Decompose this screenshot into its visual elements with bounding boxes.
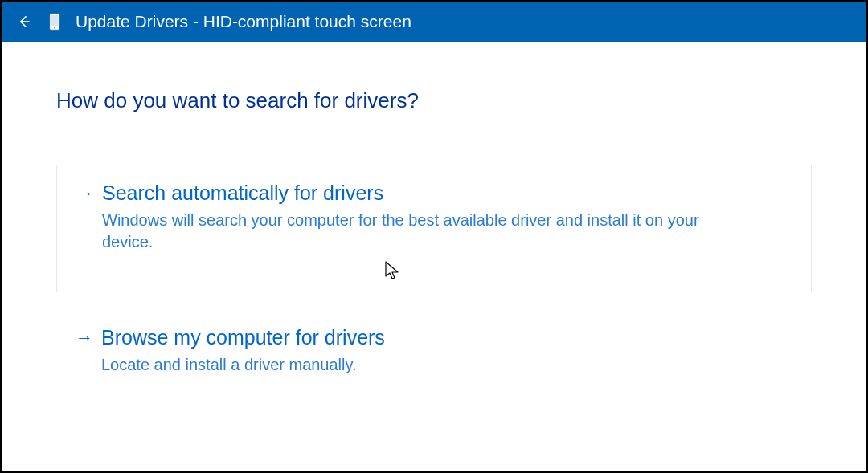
option-description: Windows will search your computer for th… [76, 210, 735, 253]
page-heading: How do you want to search for drivers? [56, 88, 812, 113]
svg-point-2 [54, 27, 55, 29]
device-icon [48, 13, 61, 31]
option-description: Locate and install a driver manually. [76, 354, 735, 376]
option-title-row: → Browse my computer for drivers [76, 326, 792, 349]
back-button[interactable] [14, 12, 34, 31]
option-title-row: → Search automatically for drivers [76, 181, 792, 205]
window-header: Update Drivers - HID-compliant touch scr… [2, 2, 866, 42]
option-title: Search automatically for drivers [102, 181, 383, 205]
option-title: Browse my computer for drivers [101, 326, 385, 349]
content-area: How do you want to search for drivers? →… [2, 42, 866, 392]
arrow-right-icon: → [76, 185, 94, 202]
option-search-automatically[interactable]: → Search automatically for drivers Windo… [56, 165, 812, 292]
svg-rect-1 [51, 15, 59, 26]
option-browse-computer[interactable]: → Browse my computer for drivers Locate … [56, 326, 812, 392]
arrow-right-icon: → [76, 329, 93, 347]
window-title: Update Drivers - HID-compliant touch scr… [76, 12, 411, 31]
